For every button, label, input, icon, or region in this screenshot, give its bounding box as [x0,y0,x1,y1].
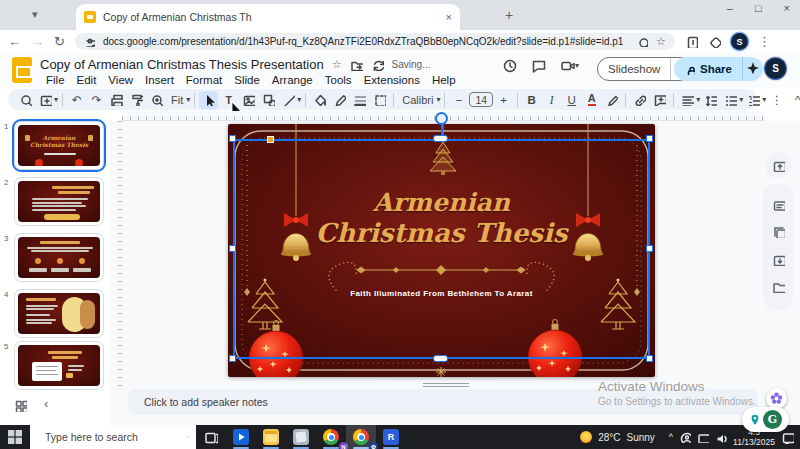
hide-menus-icon[interactable]: ^ [788,91,800,109]
bulleted-list-dropdown-icon[interactable]: ▾ [739,95,743,104]
line-dropdown-icon[interactable]: ▾ [297,95,301,104]
undo-icon[interactable]: ↶ [67,91,86,109]
taskbar-app-chrome-profile1[interactable]: N [316,425,346,449]
italic-button[interactable]: I [542,91,561,109]
weather-temperature[interactable]: 28°C [598,432,620,443]
select-tool[interactable] [199,91,218,109]
selection-handle-s[interactable] [433,355,448,362]
taskbar-app-movies[interactable] [226,425,256,449]
zoom-dropdown-icon[interactable]: ▾ [186,95,190,104]
assistant-flower-button[interactable] [766,388,787,409]
back-icon[interactable]: ← [8,34,21,49]
window-close-icon[interactable]: × [784,2,790,14]
new-slide-dropdown-icon[interactable]: ▾ [54,95,58,104]
taskbar-app-remote[interactable]: R [376,425,406,449]
selection-handle-se[interactable] [646,355,653,362]
menu-edit[interactable]: Edit [71,73,103,87]
slide-editor[interactable]: Armenian Christmas Thesis Faith Illumina… [228,124,655,377]
taskbar-app-photos[interactable] [286,425,316,449]
selection-handle-n[interactable] [433,135,448,142]
decrease-font-icon[interactable]: − [449,91,468,109]
line-spacing-button[interactable] [701,91,720,109]
fill-color-tool[interactable] [310,91,329,109]
paint-format-icon[interactable] [127,91,146,109]
slide-title-line1[interactable]: Armenian [228,188,655,217]
tab-search-icon[interactable]: ▾ [32,8,38,21]
collapse-filmstrip-icon[interactable]: ‹ [44,396,48,411]
extensions-icon[interactable] [708,35,721,48]
grammarly-widget[interactable]: G [742,407,789,432]
taskbar-search[interactable] [30,425,196,449]
text-box-tool[interactable]: T [219,91,238,109]
menu-file[interactable]: File [40,73,71,87]
notes-resize-handle[interactable] [423,383,469,387]
toolbar-more-icon[interactable]: ⋮ [767,91,786,109]
bold-button[interactable]: B [522,91,541,109]
theme-anchor-handle[interactable] [267,136,274,143]
highlight-color-button[interactable] [602,91,621,109]
menu-help[interactable]: Help [426,73,462,87]
bookmark-star-icon[interactable]: ☆ [656,35,666,48]
star-document-icon[interactable]: ☆ [332,58,342,71]
search-url-icon[interactable] [637,36,648,47]
export-slide-button[interactable] [765,152,791,178]
font-dropdown-icon[interactable]: ▾ [436,95,440,104]
selection-handle-w[interactable] [229,245,236,252]
save-image-button[interactable] [772,252,785,270]
align-dropdown-icon[interactable]: ▾ [696,95,700,104]
weather-condition[interactable]: Sunny [626,432,654,443]
browser-profile-avatar[interactable]: S [731,33,748,50]
zoom-select[interactable]: Fit [167,94,187,106]
slide-thumbnail-5[interactable]: 5 [14,341,104,390]
slide-thumbnail-1[interactable]: 1 Armenian Christmas Thesis [14,121,104,170]
menu-slide[interactable]: Slide [228,73,266,87]
insert-line-tool[interactable] [279,91,298,109]
tray-account-icon[interactable] [679,431,691,443]
window-maximize-icon[interactable]: □ [755,2,762,14]
slides-logo[interactable] [12,57,32,83]
meet-camera-icon[interactable] [560,58,575,73]
taskbar-search-input[interactable] [45,431,180,443]
align-button[interactable] [678,91,697,109]
slide-thumbnail-4[interactable]: 4 [14,289,104,338]
underline-button[interactable]: U [562,91,581,109]
font-size-input[interactable]: 14 [469,92,493,107]
menu-format[interactable]: Format [180,73,228,87]
gemini-sparkle-icon[interactable] [746,61,760,75]
taskbar-app-explorer[interactable] [256,425,286,449]
tray-expand-icon[interactable]: ^ [669,432,673,442]
slide-subtitle[interactable]: Faith Illuminated From Bethlehem To Arar… [228,289,655,298]
card-view-button[interactable] [772,197,785,215]
increase-font-icon[interactable]: + [494,91,513,109]
window-minimize-icon[interactable]: – [727,2,733,14]
grid-view-icon[interactable] [14,398,27,416]
slide-title-line2[interactable]: Christmas Thesis [228,218,655,248]
notification-center-icon[interactable] [781,431,794,444]
taskbar-app-chrome-active[interactable]: ⚙ [346,425,376,449]
bulleted-list-button[interactable] [721,91,740,109]
menu-extensions[interactable]: Extensions [358,73,426,87]
selection-handle-ne[interactable] [646,135,653,142]
rotation-handle[interactable] [435,112,448,125]
selection-handle-nw[interactable] [229,135,236,142]
tab-close-icon[interactable]: × [446,11,452,23]
border-weight-tool[interactable] [350,91,369,109]
document-title[interactable]: Copy of Armenian Christmas Thesis Presen… [40,57,324,72]
slide-thumbnail-3[interactable]: 3 [14,233,104,282]
forward-icon[interactable]: → [31,34,44,49]
copy-image-button[interactable] [772,224,785,242]
print-icon[interactable] [107,91,126,109]
new-tab-icon[interactable]: + [505,7,513,23]
numbered-list-dropdown-icon[interactable]: ▾ [762,95,766,104]
insert-image-tool[interactable] [239,91,258,109]
zoom-icon[interactable] [147,91,166,109]
start-button[interactable] [0,425,30,449]
numbered-list-button[interactable] [744,91,763,109]
browser-tab[interactable]: Copy of Armenian Christmas Th × [76,4,460,30]
menu-insert[interactable]: Insert [139,73,180,87]
move-to-folder-icon[interactable] [350,58,363,71]
browser-menu-icon[interactable]: ⋮ [758,34,771,49]
menu-tools[interactable]: Tools [319,73,358,87]
reload-icon[interactable]: ↻ [54,34,65,49]
selection-handle-e[interactable] [646,245,653,252]
